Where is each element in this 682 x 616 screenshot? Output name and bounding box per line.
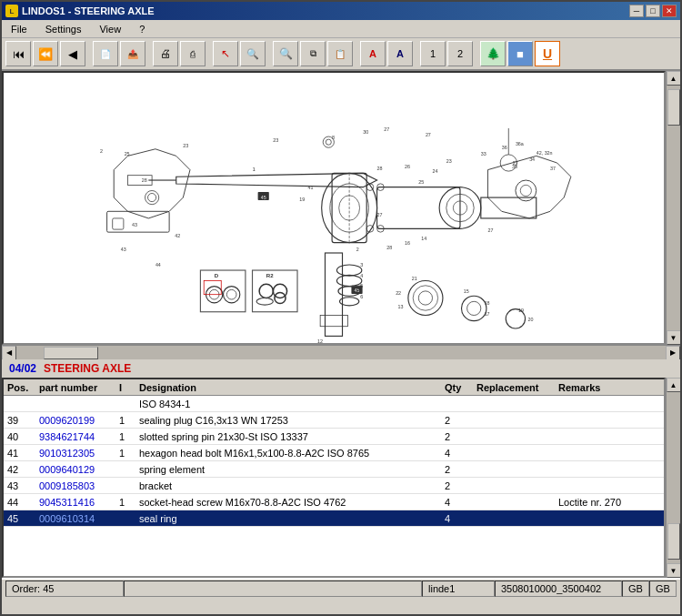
close-button[interactable]: ✕ (662, 5, 677, 17)
title-bar: L LINDOS1 - STEERING AXLE ─ □ ✕ (2, 2, 680, 20)
section-title: 04/02 STEERING AXLE (2, 359, 680, 378)
svg-text:43: 43 (132, 222, 137, 227)
svg-rect-0 (86, 73, 582, 343)
scroll-left-button[interactable]: ◀ (2, 346, 16, 360)
nav-back-start-button[interactable]: ⏮ (5, 41, 31, 66)
table-row[interactable]: ISO 8434-1 (4, 396, 664, 412)
svg-text:28: 28 (142, 177, 147, 183)
table-row[interactable]: 44 9045311416 1 socket-head screw M16x70… (4, 494, 664, 510)
svg-text:19: 19 (299, 197, 305, 202)
cursor-button[interactable]: ↖ (213, 41, 238, 66)
menu-file[interactable]: File (5, 22, 33, 36)
row-desc: socket-head screw M16x70-8.8-A2C ISO 476… (135, 497, 441, 508)
svg-text:33: 33 (481, 151, 486, 157)
diagram-scrollbar-h[interactable]: ◀ ▶ (2, 345, 680, 359)
menu-settings[interactable]: Settings (40, 22, 87, 36)
nav-back-button[interactable]: ⏪ (33, 41, 58, 66)
scroll-track[interactable] (667, 86, 680, 330)
header-desc: Designation (135, 382, 441, 393)
print2-button[interactable]: ⎙ (180, 41, 206, 66)
row-desc: hexagon head bolt M16x1,5x100-8.8-A2C IS… (135, 448, 441, 459)
svg-text:27: 27 (384, 126, 389, 132)
svg-text:12: 12 (317, 338, 323, 343)
svg-text:36a: 36a (516, 141, 524, 146)
status-order: Order: 45 (5, 581, 124, 597)
table-row[interactable]: 39 0009620199 1 sealing plug C16,3x13 WN… (4, 412, 664, 429)
minimize-button[interactable]: ─ (629, 5, 644, 17)
num2-button[interactable]: 2 (447, 41, 473, 66)
row-qty: 2 (441, 480, 473, 491)
status-lang1: GB (622, 581, 649, 597)
row-desc: bracket (135, 480, 441, 491)
find-a1-button[interactable]: A (360, 41, 386, 66)
table-row[interactable]: 42 0009640129 spring element 2 (4, 461, 664, 478)
header-rem: Remarks (555, 382, 664, 393)
table-scroll-up-button[interactable]: ▲ (667, 378, 681, 392)
row-desc: ISO 8434-1 (135, 399, 441, 409)
parts-table: Pos. part number I Designation Qty Repla… (2, 378, 666, 578)
row-part[interactable]: 0009610314 (35, 513, 117, 524)
diagram-scrollbar-v[interactable]: ▲ ▼ (666, 71, 680, 345)
row-qty: 4 (441, 497, 473, 508)
page-view-button[interactable]: 📄 (93, 41, 118, 66)
table-row[interactable]: 40 9384621744 1 slotted spring pin 21x30… (4, 429, 664, 445)
row-part[interactable]: 9045311416 (35, 497, 117, 508)
header-repl: Replacement (473, 382, 555, 393)
table-row[interactable]: 43 0009185803 bracket 2 (4, 478, 664, 494)
svg-text:2: 2 (100, 148, 103, 154)
table-scroll-thumb[interactable] (667, 523, 680, 560)
scroll-down-button[interactable]: ▼ (667, 330, 681, 345)
svg-text:27: 27 (487, 227, 493, 233)
scroll-up-button[interactable]: ▲ (667, 71, 681, 86)
table-row[interactable]: 41 9010312305 1 hexagon head bolt M16x1,… (4, 445, 664, 461)
page-export-button[interactable]: 📤 (120, 41, 145, 66)
row-part[interactable]: 0009185803 (35, 480, 117, 491)
menu-help[interactable]: ? (134, 22, 150, 36)
status-mid (124, 581, 422, 597)
h-scroll-thumb[interactable] (44, 347, 98, 359)
svg-text:23: 23 (183, 143, 188, 148)
row-qty: 2 (441, 415, 473, 426)
svg-text:R2: R2 (266, 272, 274, 278)
scroll-thumb[interactable] (667, 89, 680, 126)
menu-view[interactable]: View (94, 22, 126, 36)
paste-button[interactable]: 📋 (327, 41, 353, 66)
copy-button[interactable]: ⧉ (300, 41, 326, 66)
svg-text:25: 25 (418, 179, 424, 185)
svg-text:15: 15 (464, 288, 469, 294)
h-scroll-track[interactable] (16, 346, 666, 359)
row-part[interactable]: 9010312305 (35, 448, 117, 459)
table-scroll-down-button[interactable]: ▼ (667, 563, 681, 578)
svg-text:37: 37 (550, 166, 556, 171)
row-part[interactable]: 9384621744 (35, 431, 117, 442)
svg-text:23: 23 (273, 137, 278, 143)
section-code: 04/02 (9, 362, 36, 375)
menu-bar: File Settings View ? (2, 20, 680, 38)
row-part[interactable]: 0009620199 (35, 415, 117, 426)
svg-text:13: 13 (397, 304, 403, 309)
table-row-selected[interactable]: 45 0009610314 seal ring 4 (4, 510, 664, 527)
svg-text:14: 14 (421, 236, 426, 241)
svg-text:23: 23 (446, 158, 452, 164)
row-pos: 43 (4, 480, 35, 491)
tree-button[interactable]: 🌲 (480, 41, 506, 66)
row-part[interactable]: 0009640129 (35, 464, 117, 475)
zoom-in-button[interactable]: 🔍 (273, 41, 298, 66)
status-bar: Order: 45 linde1 3508010000_3500402 GB G… (2, 578, 680, 598)
table-scroll-track[interactable] (667, 392, 680, 563)
search-button[interactable]: 🔍 (240, 41, 266, 66)
print-button[interactable]: 🖨 (153, 41, 178, 66)
row-qty: 2 (441, 431, 473, 442)
nav-prev-button[interactable]: ◀ (60, 41, 85, 66)
maximize-button[interactable]: □ (646, 5, 660, 17)
num1-button[interactable]: 1 (420, 41, 446, 66)
svg-text:41: 41 (307, 185, 313, 190)
blue-sq-button[interactable]: ■ (507, 41, 533, 66)
scroll-right-button[interactable]: ▶ (666, 346, 680, 360)
table-scrollbar-v[interactable]: ▲ ▼ (666, 378, 680, 578)
svg-text:28: 28 (386, 245, 392, 250)
find-a2-button[interactable]: A (387, 41, 413, 66)
svg-text:44: 44 (155, 262, 161, 268)
row-pos: 39 (4, 415, 35, 426)
u-button[interactable]: U (535, 41, 560, 66)
